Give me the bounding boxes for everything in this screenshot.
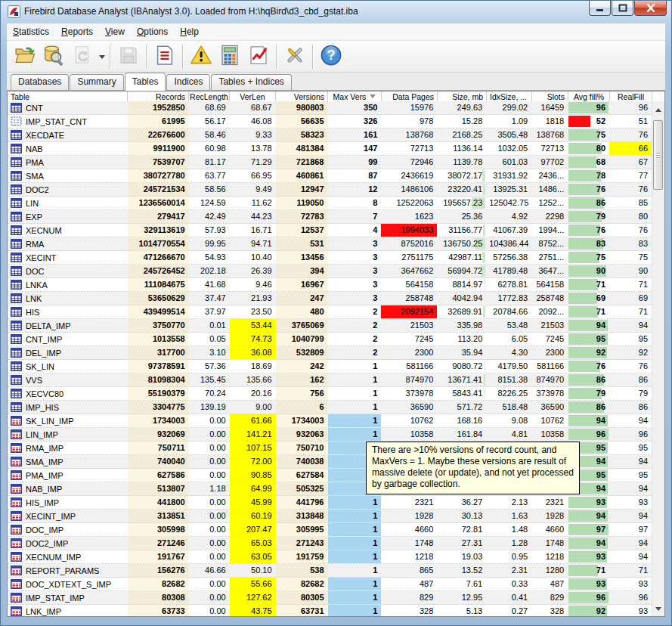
table-name-label: SMA xyxy=(26,170,44,182)
column-header-name[interactable]: Table xyxy=(8,91,128,101)
table-row[interactable]: DOC2_IMP2712460.0065.032712431174827.311… xyxy=(8,537,652,550)
table-blue-icon xyxy=(11,375,22,385)
window-title: Firebird Database Analyst (IBAnalyst 3.0… xyxy=(24,6,358,17)
table-row[interactable]: PMA753970781.1771.2972186899729461139.78… xyxy=(8,156,652,169)
table-row[interactable]: CNT_IMP10135580.0574.73104079927245113.2… xyxy=(8,333,652,346)
table-row[interactable]: XECNUM_IMP1917670.0063.051917591121819.0… xyxy=(8,550,652,564)
table-row[interactable]: HIS_IMP4418000.0045.994417961232136.272.… xyxy=(8,496,652,510)
table-row[interactable]: REPORT_PARAMS15627646.6650.10538186513.5… xyxy=(8,564,652,578)
table-row[interactable]: NAB991190060.9813.78481384147727131136.1… xyxy=(8,142,652,156)
maximize-button[interactable] xyxy=(612,1,633,16)
tab-indices[interactable]: Indices xyxy=(166,74,210,90)
cell-ver-len: 60.19 xyxy=(230,510,276,522)
tab-databases[interactable]: Databases xyxy=(11,74,69,90)
column-header-avg_fill[interactable]: Avg fill% xyxy=(568,91,610,101)
menu-statistics[interactable]: Statistics xyxy=(7,24,55,39)
cell-table-name: VVS xyxy=(8,373,128,386)
tab-tables[interactable]: Tables xyxy=(125,73,166,91)
table-row[interactable]: XECINT47126667054.9310.40134563275117542… xyxy=(8,251,652,265)
table-row[interactable]: SMA38072778063.7766.95460861872436619380… xyxy=(8,169,652,183)
table-row[interactable]: DEL_IMP3177003.1036.085328092230035.944.… xyxy=(8,346,652,360)
table-row[interactable]: XECNUM32911361957.9316.71125374199403331… xyxy=(8,224,652,237)
table-row[interactable]: CNT195285068.6968.6798080335015976249.63… xyxy=(8,101,652,115)
open-file-button[interactable] xyxy=(11,42,39,70)
table-row[interactable]: IMP_HIS3304775139.199.006136590571.72518… xyxy=(8,401,652,414)
refresh-dropdown-button[interactable] xyxy=(97,42,107,70)
cell-data-pages: 12522063 xyxy=(381,197,437,209)
column-header-versions[interactable]: Versions xyxy=(276,91,328,101)
cell-table-name: SMA xyxy=(8,169,128,182)
table-row[interactable]: XECVC805519037970.2420.1675613739785843.… xyxy=(8,387,652,401)
menu-reports[interactable]: Reports xyxy=(55,24,99,39)
table-row[interactable]: DOC245726452202.1826.393943364766256994.… xyxy=(8,265,652,278)
refresh-button[interactable] xyxy=(68,42,97,70)
cell-idx-size: 4.92 xyxy=(486,210,531,223)
table-row[interactable]: LNK_IMP637330.0043.756373113285.130.2732… xyxy=(8,605,652,616)
tab-tables-indices[interactable]: Tables + Indices xyxy=(211,74,291,90)
help-icon: ? xyxy=(320,44,342,70)
scrollbar-thumb[interactable] xyxy=(653,120,663,190)
table-row[interactable]: VVS81098304135.45135.66162187497013671.4… xyxy=(8,373,652,387)
help-button[interactable]: ? xyxy=(317,42,345,70)
table-row[interactable]: XECINT_IMP3138510.0060.193138481192830.1… xyxy=(8,510,652,523)
table-row[interactable]: RMA101477055499.9594.7153138752016136750… xyxy=(8,237,652,251)
scroll-up-button[interactable] xyxy=(652,103,664,116)
cell-real-fill: 94 xyxy=(609,510,652,522)
column-header-real_fill[interactable]: RealFill xyxy=(610,91,652,101)
table-row[interactable]: IMP_STAT_CNT6199556.1746.085663532697815… xyxy=(8,115,652,129)
cell-rec-length: 0.00 xyxy=(189,591,230,604)
cell-slots: 7245 xyxy=(531,333,568,346)
column-header-idx_size[interactable]: IdxSize, ... xyxy=(487,91,532,101)
column-header-rec_length[interactable]: RecLength xyxy=(189,91,230,101)
report-button[interactable] xyxy=(150,42,179,70)
save-button[interactable] xyxy=(114,42,143,70)
table-row[interactable]: LIN1236560014124.5911.621190508125220631… xyxy=(8,197,652,210)
table-row[interactable]: DOC_IMP3059980.00207.473059951466072.811… xyxy=(8,523,652,537)
column-header-slots[interactable]: Slots xyxy=(532,91,568,101)
scroll-down-button[interactable] xyxy=(652,603,664,615)
table-row[interactable]: LNKA11108467541.689.461696735641588814.9… xyxy=(8,278,652,292)
cell-records: 313851 xyxy=(128,510,189,522)
close-button[interactable] xyxy=(634,1,667,16)
table-row[interactable]: LIN_IMP9320690.00141.21932063110358161.8… xyxy=(8,428,652,442)
cell-table-name: XECINT xyxy=(8,251,128,264)
cell-max-vers: 12 xyxy=(328,183,382,196)
table-row[interactable]: DOC224572153458.569.49129471214861062322… xyxy=(8,183,652,197)
database-search-button[interactable] xyxy=(39,42,68,70)
cell-versions: 441796 xyxy=(276,496,328,509)
table-row[interactable]: DELTA_IMP37507700.0153.44376506922150333… xyxy=(8,319,652,333)
chart-button[interactable] xyxy=(244,42,273,70)
cell-real-fill: 76 xyxy=(609,129,652,141)
calculator-button[interactable] xyxy=(215,42,244,70)
cell-records: 245721534 xyxy=(128,183,189,196)
cell-ver-len: 71.29 xyxy=(230,156,276,169)
cell-max-vers: 1 xyxy=(328,578,382,590)
table-blue-icon xyxy=(11,266,22,276)
cell-versions: 532809 xyxy=(276,346,328,359)
table-row[interactable]: DOC_XDTEXT_S_IMP826820.0055.668268214877… xyxy=(8,578,652,591)
column-header-records[interactable]: Records xyxy=(128,91,189,101)
table-row[interactable]: SK_LIN9737859157.3618.6924215811669080.7… xyxy=(8,360,652,373)
menu-help[interactable]: Help xyxy=(174,24,205,39)
table-row[interactable]: EXP27941742.4944.23727837162325.364.9222… xyxy=(8,210,652,224)
table-row[interactable]: IMP_STAT_IMP803080.00127.6280305182912.9… xyxy=(8,591,652,605)
vertical-scrollbar[interactable] xyxy=(652,101,664,616)
warning-analysis-button[interactable] xyxy=(187,42,215,70)
table-row[interactable]: XECDATE2267660058.469.335832316113876821… xyxy=(8,129,652,142)
minimize-button[interactable] xyxy=(589,1,611,16)
tab-summary[interactable]: Summary xyxy=(70,74,123,90)
table-row[interactable]: SK_LIN_IMP17340030.0061.6617340031107621… xyxy=(8,414,652,428)
column-header-data_pages[interactable]: Data Pages xyxy=(382,91,438,101)
chart-icon xyxy=(247,44,270,70)
column-header-size_mb[interactable]: Size, mb xyxy=(438,91,487,101)
menu-view[interactable]: View xyxy=(99,24,131,39)
cell-data-pages: 1994033 xyxy=(381,224,437,237)
cell-slots: 2300 xyxy=(531,346,568,359)
table-row[interactable]: LNK5365062937.4721.9324732587484042.9417… xyxy=(8,292,652,305)
menu-options[interactable]: Options xyxy=(131,24,174,39)
cell-records: 513807 xyxy=(128,482,189,495)
table-row[interactable]: HIS43949951437.9723.504802209215432689.9… xyxy=(8,305,652,319)
column-header-ver_len[interactable]: VerLen xyxy=(230,91,276,101)
column-header-max_vers[interactable]: Max Vers xyxy=(328,91,382,101)
tools-button[interactable] xyxy=(280,42,309,70)
